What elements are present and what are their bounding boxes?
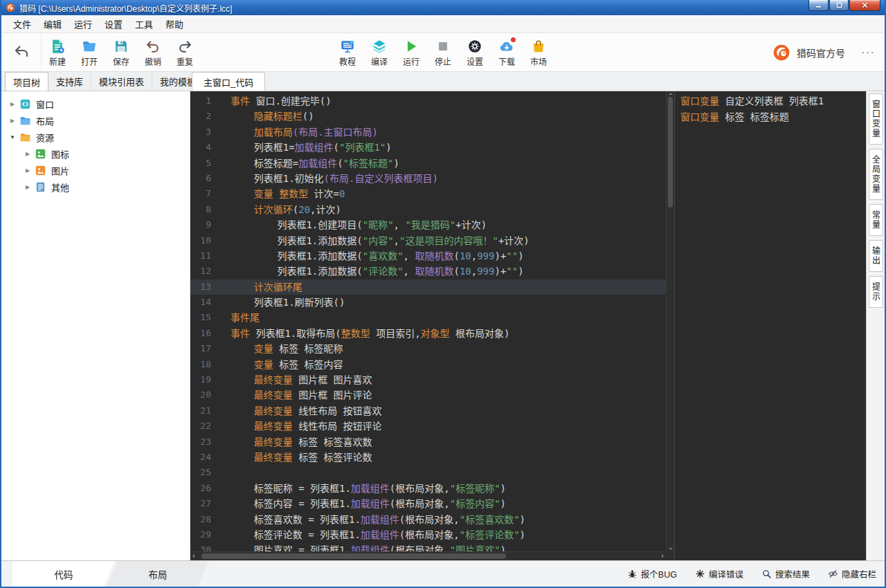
tree-item-resources[interactable]: ▼资源 [1, 129, 190, 145]
code-line[interactable]: 4 列表框1=加载组件("列表框1") [190, 140, 666, 155]
code-line[interactable]: 15事件尾 [190, 310, 666, 325]
variable-row[interactable]: 窗口变量 自定义列表框 列表框1 [680, 93, 866, 109]
variable-row[interactable]: 窗口变量 标签 标签标题 [680, 109, 866, 125]
scroll-down-arrow-icon[interactable] [669, 548, 673, 550]
side-tab-constants[interactable]: 常量 [869, 204, 883, 236]
code-editor[interactable]: 1事件 窗口.创建完毕()2 隐藏标题栏()3 加载布局(布局.主窗口布局)4 … [190, 91, 674, 560]
toolbar-settings-button[interactable]: 设置 [459, 37, 491, 67]
code-line[interactable]: 22 最终变量 线性布局 按钮评论 [190, 419, 666, 434]
side-tab-global-vars[interactable]: 全局变量 [869, 149, 883, 200]
toolbar-new-file-button[interactable]: 新建 [42, 37, 73, 67]
vertical-scrollbar[interactable] [666, 91, 674, 551]
stop-icon [435, 39, 451, 54]
minimize-button[interactable] [808, 0, 829, 11]
scroll-up-arrow-icon[interactable] [669, 93, 673, 95]
toolbar-redo-button[interactable]: 重复 [169, 37, 201, 67]
toolbar-market-button[interactable]: 市场 [523, 37, 554, 67]
status-compile-errors[interactable]: 编译错误 [695, 567, 743, 580]
code-line[interactable]: 13 计次循环尾 [190, 279, 666, 295]
code-text: 最终变量 图片框 图片喜欢 [222, 372, 372, 387]
side-tab-window-vars[interactable]: 窗口变量 [869, 93, 883, 145]
tab-main-window-code[interactable]: 主窗口_代码 [192, 72, 265, 91]
chevron-right-icon[interactable]: ▶ [22, 184, 33, 190]
code-line[interactable]: 2 隐藏标题栏() [190, 109, 666, 124]
side-tab-output[interactable]: 输出 [869, 240, 883, 272]
toolbar-compile-button[interactable]: 编译 [363, 37, 395, 67]
toolbar-stop-button[interactable]: 停止 [427, 37, 459, 67]
status-report-bug[interactable]: 报个BUG [627, 567, 677, 580]
code-line[interactable]: 11 列表框1.添加数据("喜欢数", 取随机数(10,999)+"") [190, 248, 666, 264]
chevron-right-icon[interactable]: ▶ [22, 151, 33, 157]
horizontal-scrollbar[interactable] [190, 551, 666, 560]
code-line[interactable]: 17 变量 标签 标签昵称 [190, 341, 666, 356]
window-title: 猎码 [C:\Users\Administrator\Desktop\自定义列表… [19, 2, 232, 14]
code-line[interactable]: 27 标签内容 = 列表框1.加载组件(根布局对象,"标签内容") [190, 496, 666, 511]
menu-edit[interactable]: 编辑 [37, 15, 68, 33]
menu-file[interactable]: 文件 [7, 15, 37, 33]
tree-item-window[interactable]: ▶窗口 [1, 95, 190, 112]
code-line[interactable]: 19 最终变量 图片框 图片喜欢 [190, 372, 666, 387]
compile-icon [372, 39, 387, 54]
code-line[interactable]: 28 标签喜欢数 = 列表框1.加载组件(根布局对象,"标签喜欢数") [190, 512, 666, 527]
tree-item-icons[interactable]: ▶图标 [1, 145, 190, 162]
code-line[interactable]: 29 标签评论数 = 列表框1.加载组件(根布局对象,"标签评论数") [190, 527, 666, 542]
code-line[interactable]: 9 列表框1.创建项目("昵称", "我是猎码"+计次) [190, 217, 666, 232]
code-line[interactable]: 8 计次循环(20,计次) [190, 202, 666, 217]
code-line[interactable]: 6 列表框1.初始化(布局.自定义列表框项目) [190, 171, 666, 186]
code-line[interactable]: 10 列表框1.添加数据("内容","这是项目的内容哦！"+计次) [190, 233, 666, 248]
tree-item-other[interactable]: ▶其他 [1, 178, 190, 195]
chevron-right-icon[interactable]: ▶ [7, 101, 18, 107]
toolbar-download-button[interactable]: 下载 [491, 37, 523, 67]
code-line[interactable]: 21 最终变量 线性布局 按钮喜欢 [190, 403, 666, 419]
toolbar-left-group: 新建打开保存撤销重复 [42, 37, 201, 67]
code-line[interactable]: 25 [190, 465, 666, 480]
more-menu-button[interactable]: ··· [861, 46, 875, 59]
menu-run[interactable]: 运行 [68, 15, 98, 33]
code-line[interactable]: 5 标签标题=加载组件("标签标题") [190, 156, 666, 171]
code-line[interactable]: 3 加载布局(布局.主窗口布局) [190, 125, 666, 140]
code-line[interactable]: 16事件 列表框1.取得布局(整数型 项目索引,对象型 根布局对象) [190, 326, 666, 341]
back-button[interactable] [1, 33, 42, 71]
status-hide-right-panel[interactable]: 隐藏右栏 [828, 567, 876, 580]
code-text: 列表框1.初始化(布局.自定义列表框项目) [222, 171, 438, 186]
code-line[interactable]: 18 变量 标签 标签内容 [190, 357, 666, 372]
toolbar-undo-button[interactable]: 撤销 [137, 37, 169, 67]
tree-item-images[interactable]: ▶图片 [1, 162, 190, 178]
menu-settings[interactable]: 设置 [98, 15, 129, 33]
toolbar-open-folder-button[interactable]: 打开 [73, 37, 105, 67]
scroll-right-arrow-icon[interactable] [662, 554, 664, 558]
code-line[interactable]: 23 最终变量 标签 标签喜欢数 [190, 434, 666, 450]
tree-item-layout[interactable]: ▶布局 [1, 112, 190, 129]
code-line[interactable]: 12 列表框1.添加数据("评论数", 取随机数(10,999)+"") [190, 264, 666, 279]
close-button[interactable] [849, 0, 880, 11]
side-tab-hints[interactable]: 提示 [869, 276, 883, 308]
code-line[interactable]: 20 最终变量 图片框 图片评论 [190, 387, 666, 403]
tab-project-tree[interactable]: 项目树 [5, 72, 48, 91]
toolbar-save-button[interactable]: 保存 [105, 37, 137, 67]
maximize-button[interactable] [829, 0, 849, 11]
code-line[interactable]: 30 图片喜欢 = 列表框1.加载组件(根布局对象,"图片喜欢") [190, 542, 666, 551]
code-line[interactable]: 1事件 窗口.创建完毕() [190, 93, 666, 109]
code-line[interactable]: 7 变量 整数型 计次=0 [190, 186, 666, 201]
code-line[interactable]: 24 最终变量 标签 标签评论数 [190, 450, 666, 465]
toolbar-run-button[interactable]: 运行 [395, 37, 427, 67]
chevron-right-icon[interactable]: ▶ [7, 118, 18, 124]
status-search-results[interactable]: 搜索结果 [761, 567, 810, 580]
horizontal-scrollbar-thumb[interactable] [201, 553, 506, 559]
menu-help[interactable]: 帮助 [159, 15, 190, 33]
code-line[interactable]: 26 标签昵称 = 列表框1.加载组件(根布局对象,"标签昵称") [190, 481, 666, 496]
bottom-tab-code[interactable]: 代码 [12, 561, 115, 587]
code-line[interactable]: 14 列表框1.刷新列表() [190, 295, 666, 310]
tutorial-icon [340, 39, 355, 54]
scroll-left-arrow-icon[interactable] [192, 554, 195, 558]
bottom-tab-layout[interactable]: 布局 [107, 561, 209, 587]
chevron-right-icon[interactable]: ▶ [22, 167, 33, 174]
tab-support-lib[interactable]: 支持库 [48, 72, 91, 91]
tab-module-ref-table[interactable]: 模块引用表 [91, 72, 152, 91]
menu-tools[interactable]: 工具 [129, 15, 159, 33]
vertical-scrollbar-thumb[interactable] [668, 97, 673, 208]
account-name[interactable]: 猎码官方号 [797, 46, 845, 59]
line-number: 27 [190, 496, 222, 511]
chevron-down-icon[interactable]: ▼ [7, 134, 18, 140]
toolbar-tutorial-button[interactable]: 教程 [332, 37, 363, 67]
